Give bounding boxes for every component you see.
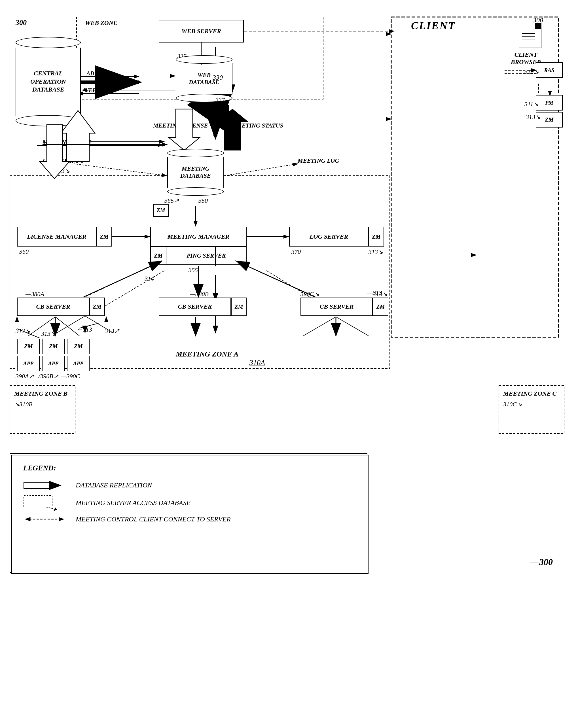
ref-313-botA: ←313 <box>77 326 92 333</box>
ref-310c: 310C↘ <box>500 401 566 408</box>
legend-title: LEGEND: <box>23 464 357 472</box>
cb-server-380a-box: CB SERVER <box>17 297 89 316</box>
ref-311: 311↘ <box>524 101 538 108</box>
cb-380c-label: CB SERVER <box>320 303 353 310</box>
zm-365: ZM <box>153 204 169 217</box>
cb-380a-label: CB SERVER <box>36 303 70 310</box>
ref-300-legend: —300 <box>530 557 553 567</box>
zm-app2: ZM <box>42 339 65 354</box>
svg-line-19 <box>105 270 165 306</box>
ref-380b: —380B <box>190 290 209 298</box>
zm-ping-container: ZM PING SERVER <box>150 246 247 265</box>
zm-app3: ZM <box>67 339 90 354</box>
web-usage-label: WEB USAGE <box>84 87 117 94</box>
app2-box: APP <box>42 356 65 371</box>
svg-rect-40 <box>24 496 52 507</box>
ref-390a: 390A↗ <box>16 373 34 380</box>
svg-line-41 <box>46 507 56 509</box>
ref-337: 337 <box>216 96 225 104</box>
legend-meeting-control-icon <box>23 515 66 523</box>
ref-313-a1: 313↘ <box>16 327 30 335</box>
ref-313-top: —313 <box>367 289 382 296</box>
ref-365: 365↗ <box>165 197 179 204</box>
zm-ls: ZM <box>369 227 384 246</box>
ref-310b: ↘310B <box>11 401 77 408</box>
pm-box: PM <box>536 95 563 110</box>
ref-310a: 310A <box>249 359 265 367</box>
zm-ping: ZM <box>151 247 167 264</box>
client-browser-icon <box>519 23 542 48</box>
legend-item-1: DATABASE REPLICATION <box>23 479 357 491</box>
ref-314: 314 <box>145 275 154 282</box>
central-db-label: CENTRAL OPERATION DATABASE <box>16 70 80 94</box>
license-status-arrows <box>156 109 255 154</box>
admin-label: ADMIN <box>86 70 106 77</box>
zm-app1: ZM <box>17 339 40 354</box>
meeting-manager-label: MEETING MANAGER <box>168 233 229 240</box>
legend-meeting-server-icon <box>23 495 66 511</box>
license-manager-box: LICENSE MANAGER <box>17 227 96 246</box>
svg-marker-39 <box>49 481 61 490</box>
meeting-log-label: MEETING LOG <box>298 157 339 164</box>
cb-server-380c-box: CB SERVER <box>300 297 373 316</box>
web-server-label: WEB SERVER <box>181 27 221 35</box>
web-zone-label: WEB ZONE <box>85 19 117 27</box>
svg-line-71 <box>55 317 79 336</box>
meeting-zone-b-container: MEETING ZONE B ↘310B <box>11 387 77 432</box>
ref-300: 300 <box>16 19 27 27</box>
legend-item-3: MEETING CONTROL CLIENT CONNECT TO SERVER <box>23 515 357 523</box>
cb-server-380b-box: CB SERVER <box>159 297 231 316</box>
svg-line-77 <box>336 317 369 336</box>
legend-meeting-server-text: MEETING SERVER ACCESS DATABASE <box>76 499 191 507</box>
svg-rect-38 <box>24 482 49 489</box>
ref-350: 350 <box>198 197 208 204</box>
log-server-box: LOG SERVER <box>289 227 369 246</box>
ref-380a: —380A <box>26 290 44 298</box>
app1-box: APP <box>17 356 40 371</box>
ref-355: 355 <box>189 266 198 274</box>
meeting-db-label: MEETING DATABASE <box>180 165 210 179</box>
legend-db-replication-icon <box>23 479 66 491</box>
legend-db-replication-text: DATABASE REPLICATION <box>76 482 152 489</box>
client-label: CLIENT <box>411 19 455 32</box>
ref-313-ls: 313↘ <box>369 248 383 256</box>
ref-380c: 380C↘ <box>300 290 319 298</box>
svg-line-75 <box>303 317 336 336</box>
legend-item-2: MEETING SERVER ACCESS DATABASE <box>23 495 357 511</box>
ref-313-li: 313↘ <box>55 167 70 175</box>
meeting-zone-a-label: MEETING ZONE A <box>176 350 239 359</box>
ref-313-pm: 313↘ <box>526 113 540 121</box>
ref-312: 312↘ <box>524 68 539 75</box>
legend-box: LEGEND: DATABASE REPLICATION <box>11 455 369 574</box>
legend-meeting-control-text: MEETING CONTROL CLIENT CONNECT TO SERVER <box>76 516 231 523</box>
ref-313-mid: 313↗ <box>105 327 119 335</box>
ref-330b: 330 <box>212 74 223 81</box>
cb-380b-label: CB SERVER <box>178 303 212 310</box>
zm-380c: ZM <box>373 297 388 316</box>
large-hollow-arrow <box>16 105 89 167</box>
meeting-manager-box: MEETING MANAGER <box>150 227 247 246</box>
diagram-container: 300 CENTRAL OPERATION DATABASE WEB ZONE … <box>0 0 578 728</box>
zm-380a: ZM <box>89 297 105 316</box>
log-server-label: LOG SERVER <box>309 233 348 240</box>
svg-line-59 <box>225 164 298 176</box>
svg-marker-42 <box>54 508 57 511</box>
web-server-box: WEB SERVER <box>159 20 244 43</box>
ref-313-a2: 313↘ <box>41 330 55 338</box>
zm-lm: ZM <box>96 227 112 246</box>
ras-box: RAS <box>536 62 563 78</box>
ref-360: 360 <box>19 248 29 255</box>
app3-box: APP <box>67 356 90 371</box>
meeting-zone-c-container: MEETING ZONE C 310C↘ <box>500 387 566 432</box>
ref-390c: —390C <box>61 373 80 380</box>
ref-370: 370 <box>292 248 301 256</box>
zm-380b: ZM <box>231 297 247 316</box>
ref-390b: /390B↗ <box>38 373 58 380</box>
license-manager-label: LICENSE MANAGER <box>27 233 86 240</box>
